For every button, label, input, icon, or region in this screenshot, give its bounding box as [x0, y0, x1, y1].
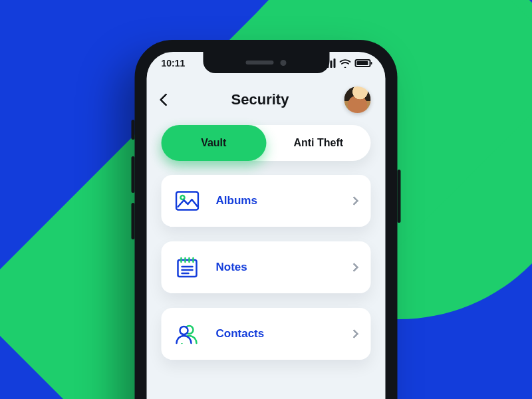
- phone-side-button: [398, 170, 401, 223]
- svg-point-1: [181, 196, 185, 200]
- tab-vault[interactable]: Vault: [162, 125, 267, 161]
- phone-side-button: [132, 156, 135, 193]
- phone-side-button: [132, 203, 135, 239]
- list-item-label: Albums: [216, 194, 351, 207]
- list-item-label: Notes: [216, 261, 351, 274]
- chevron-right-icon: [349, 196, 358, 205]
- list-item-notes[interactable]: Notes: [162, 241, 371, 293]
- phone-frame: 10:11 Security: [135, 40, 398, 399]
- tab-anti-theft[interactable]: Anti Theft: [266, 125, 371, 161]
- page-title: Security: [231, 91, 289, 108]
- tab-label: Anti Theft: [293, 137, 343, 149]
- chevron-right-icon: [349, 263, 358, 272]
- stage: 10:11 Security: [0, 0, 532, 399]
- chevron-right-icon: [349, 329, 358, 338]
- list-item-label: Contacts: [216, 327, 351, 340]
- header: Security: [147, 85, 386, 114]
- segmented-control: Vault Anti Theft: [162, 125, 371, 161]
- tab-label: Vault: [201, 137, 226, 149]
- wifi-icon: [340, 59, 351, 68]
- phone-side-button: [132, 120, 135, 140]
- phone-notch: [203, 52, 329, 73]
- notepad-icon: [174, 253, 201, 281]
- phone-screen: 10:11 Security: [147, 52, 386, 399]
- image-icon: [174, 187, 201, 215]
- svg-point-4: [180, 327, 188, 334]
- status-time: 10:11: [162, 58, 186, 68]
- list-item-albums[interactable]: Albums: [162, 175, 371, 227]
- back-button[interactable]: [156, 90, 176, 110]
- svg-rect-0: [176, 192, 198, 210]
- people-icon: [174, 320, 201, 348]
- list-item-contacts[interactable]: Contacts: [162, 308, 371, 360]
- battery-icon: [355, 59, 371, 67]
- status-right: [324, 59, 371, 68]
- avatar[interactable]: [344, 86, 370, 113]
- chevron-left-icon: [160, 93, 173, 106]
- vault-list: Albums Notes: [162, 175, 371, 374]
